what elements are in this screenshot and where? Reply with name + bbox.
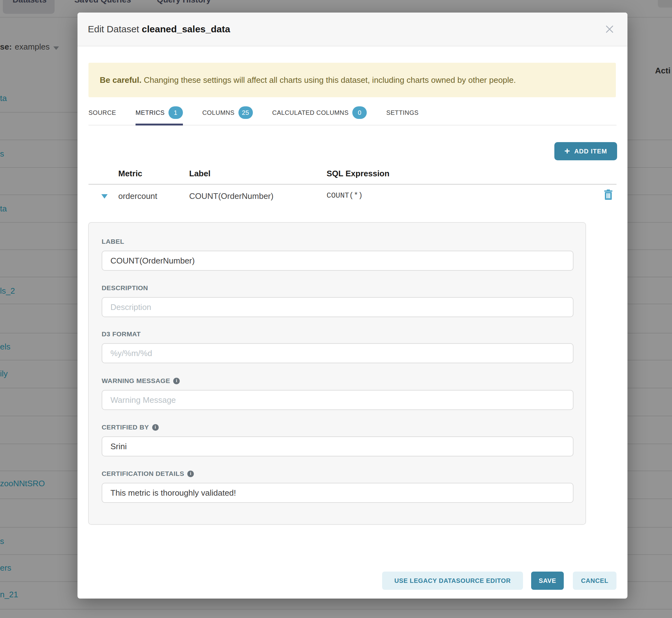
certified-by-input[interactable] xyxy=(102,436,573,456)
collapse-caret-icon[interactable] xyxy=(101,194,108,199)
tab-settings-label: SETTINGS xyxy=(386,109,418,116)
tab-source[interactable]: SOURCE xyxy=(88,105,116,120)
label-input[interactable] xyxy=(102,251,573,271)
col-header-label: Label xyxy=(189,169,210,179)
use-legacy-datasource-editor-button[interactable]: USE LEGACY DATASOURCE EDITOR xyxy=(382,572,523,590)
modal-title: Edit Dataset cleaned_sales_data xyxy=(88,13,230,46)
tab-metrics-label: METRICS xyxy=(135,109,165,116)
col-header-metric: Metric xyxy=(118,169,142,179)
cancel-button[interactable]: CANCEL xyxy=(573,572,616,590)
tab-columns-count-badge: 25 xyxy=(238,106,253,119)
table-header-divider xyxy=(88,184,616,185)
d3-format-input[interactable] xyxy=(102,343,573,363)
d3-format-field-label: D3 FORMAT xyxy=(102,330,141,338)
tab-calculated-columns-label: CALCULATED COLUMNS xyxy=(272,109,349,116)
tab-calculated-columns[interactable]: CALCULATED COLUMNS 0 xyxy=(272,105,367,120)
save-button[interactable]: SAVE xyxy=(531,572,564,590)
warning-banner: Be careful. Changing these settings will… xyxy=(88,63,616,97)
info-icon: i xyxy=(187,471,194,477)
description-input[interactable] xyxy=(102,297,573,317)
metric-sql-cell: COUNT(*) xyxy=(326,191,363,200)
metric-detail-panel: LABEL DESCRIPTION D3 FORMAT WARNING MESS… xyxy=(88,222,586,525)
tab-source-label: SOURCE xyxy=(88,109,116,116)
info-icon: i xyxy=(173,378,180,384)
warning-banner-text: Be careful. Changing these settings will… xyxy=(100,63,516,97)
tab-metrics-count-badge: 1 xyxy=(169,106,183,119)
modal-title-prefix: Edit Dataset xyxy=(88,24,139,34)
modal-tabs: SOURCE METRICS 1 COLUMNS 25 CALCULATED C… xyxy=(88,105,616,125)
label-field-label-text: LABEL xyxy=(102,238,124,245)
warning-message-field-label: WARNING MESSAGE i xyxy=(102,377,180,385)
warning-message-field-label-text: WARNING MESSAGE xyxy=(102,377,170,385)
certified-by-field-label-text: CERTIFIED BY xyxy=(102,423,149,431)
tab-calculated-columns-count-badge: 0 xyxy=(352,106,367,119)
screen: Datasets Saved Queries Query History se:… xyxy=(0,0,672,618)
add-item-label: ADD ITEM xyxy=(574,148,607,155)
certification-details-field-label-text: CERTIFICATION DETAILS xyxy=(102,470,184,478)
tab-metrics[interactable]: METRICS 1 xyxy=(135,105,183,120)
edit-dataset-modal: Edit Dataset cleaned_sales_data Be caref… xyxy=(78,13,628,599)
metric-label-cell: COUNT(OrderNumber) xyxy=(189,191,274,201)
metric-name-cell: ordercount xyxy=(118,191,157,201)
plus-icon: + xyxy=(564,146,570,156)
d3-format-field-label-text: D3 FORMAT xyxy=(102,330,141,338)
info-icon: i xyxy=(152,424,159,431)
warning-message-input[interactable] xyxy=(102,390,573,410)
tab-columns[interactable]: COLUMNS 25 xyxy=(202,105,253,120)
add-item-button[interactable]: + ADD ITEM xyxy=(554,142,617,160)
certified-by-field-label: CERTIFIED BY i xyxy=(102,423,159,431)
delete-metric-trash-icon[interactable] xyxy=(604,189,613,200)
description-field-label-text: DESCRIPTION xyxy=(102,284,148,292)
modal-title-dataset-name: cleaned_sales_data xyxy=(142,24,230,34)
tab-columns-label: COLUMNS xyxy=(202,109,235,116)
label-field-label: LABEL xyxy=(102,238,124,245)
certification-details-input[interactable] xyxy=(102,483,573,503)
col-header-sql-expression: SQL Expression xyxy=(326,169,389,179)
certification-details-field-label: CERTIFICATION DETAILS i xyxy=(102,470,194,478)
close-icon[interactable] xyxy=(604,24,615,34)
tab-settings[interactable]: SETTINGS xyxy=(386,105,418,120)
modal-header: Edit Dataset cleaned_sales_data xyxy=(78,13,628,46)
warning-banner-bold: Be careful. xyxy=(100,75,141,85)
description-field-label: DESCRIPTION xyxy=(102,284,148,292)
warning-banner-rest: Changing these settings will affect all … xyxy=(141,75,516,85)
